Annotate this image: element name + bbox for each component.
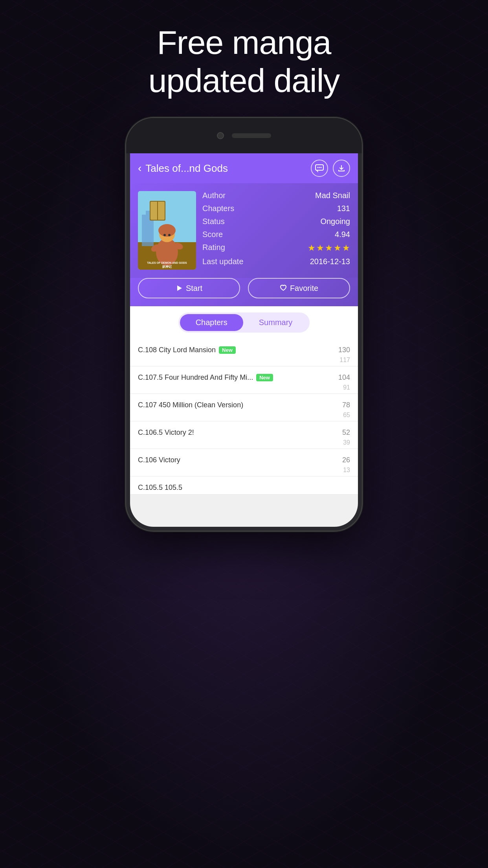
- phone-frame: ‹ Tales of...nd Gods: [126, 118, 362, 531]
- chapter-item-inner: C.106 Victory26: [138, 449, 350, 467]
- chapter-title-text: C.107.5 Four Hundred And Fifty Mi...: [138, 373, 253, 382]
- chapter-num-secondary-row: 65: [138, 412, 350, 421]
- chapter-item[interactable]: C.105.5 105.5: [130, 476, 358, 495]
- chapter-nums: 104: [338, 373, 350, 382]
- chapters-label: Chapters: [202, 204, 234, 213]
- chapter-num-top: 78: [342, 401, 350, 409]
- chapter-num-secondary-row: 91: [138, 384, 350, 394]
- chapter-item[interactable]: C.106 Victory2613: [130, 449, 358, 476]
- author-value: Mad Snail: [315, 191, 350, 200]
- chapter-num-secondary-row: 39: [138, 439, 350, 449]
- star-rating: ★ ★ ★ ★ ★: [308, 243, 350, 253]
- phone-speaker: [232, 133, 271, 138]
- chapter-title: C.107 450 Million (Clean Version): [138, 401, 342, 409]
- chapter-title-text: C.106 Victory: [138, 456, 180, 464]
- last-update-value: 2016-12-13: [310, 257, 350, 266]
- chapter-nums: 130: [338, 346, 350, 354]
- tab-chapters-label: Chapters: [196, 318, 227, 327]
- chapter-title: C.105.5 105.5: [138, 484, 350, 492]
- new-badge: New: [256, 374, 273, 381]
- score-row: Score 4.94: [202, 230, 350, 239]
- header-right: [311, 160, 350, 177]
- tab-chapters[interactable]: Chapters: [180, 314, 243, 331]
- svg-text:TALES OF DEMON AND GODS: TALES OF DEMON AND GODS: [147, 261, 187, 264]
- tab-bar: Chapters Summary: [130, 306, 358, 339]
- chapter-nums: 26: [342, 456, 350, 464]
- favorite-button-label: Favorite: [290, 284, 318, 293]
- chapter-item-inner: C.107.5 Four Hundred And Fifty Mi...New1…: [138, 366, 350, 384]
- chapter-title-text: C.106.5 Victory 2!: [138, 428, 194, 437]
- phone-screen: ‹ Tales of...nd Gods: [130, 153, 358, 527]
- star-4: ★: [334, 243, 341, 253]
- chapter-num-bottom: 117: [339, 357, 350, 364]
- chapter-num-top: 26: [342, 456, 350, 464]
- chapter-num-bottom: 39: [343, 439, 350, 446]
- tagline-line2: updated daily: [149, 62, 340, 99]
- chapter-item-inner: C.105.5 105.5: [138, 476, 350, 494]
- favorite-button[interactable]: Favorite: [248, 278, 350, 298]
- chapter-title-text: C.108 City Lord Mansion: [138, 346, 216, 354]
- chapter-item[interactable]: C.107 450 Million (Clean Version)7865: [130, 394, 358, 421]
- star-1: ★: [308, 243, 316, 253]
- header-left: ‹ Tales of...nd Gods: [138, 162, 228, 175]
- chapter-title-text: C.107 450 Million (Clean Version): [138, 401, 243, 409]
- svg-point-2: [319, 167, 320, 168]
- start-button[interactable]: Start: [138, 278, 240, 298]
- chapter-num-top: 104: [338, 373, 350, 382]
- back-button[interactable]: ‹: [138, 162, 141, 175]
- chapter-title: C.106 Victory: [138, 456, 342, 464]
- chapter-num-top: 52: [342, 428, 350, 437]
- chapter-num-secondary-row: 117: [138, 357, 350, 366]
- tab-summary[interactable]: Summary: [243, 314, 308, 331]
- chapters-row: Chapters 131: [202, 204, 350, 213]
- score-value: 4.94: [335, 230, 350, 239]
- score-label: Score: [202, 230, 223, 239]
- author-row: Author Mad Snail: [202, 191, 350, 200]
- chapter-item[interactable]: C.107.5 Four Hundred And Fifty Mi...New1…: [130, 366, 358, 394]
- chapter-item-inner: C.107 450 Million (Clean Version)78: [138, 394, 350, 412]
- svg-rect-7: [146, 211, 150, 215]
- svg-point-10: [158, 224, 176, 237]
- new-badge: New: [219, 346, 236, 354]
- manga-info-section: TALES OF DEMON AND GODS 妖神记 Author Mad S…: [130, 183, 358, 278]
- status-value: Ongoing: [320, 217, 350, 226]
- action-buttons: Start Favorite: [130, 278, 358, 306]
- app-header: ‹ Tales of...nd Gods: [130, 153, 358, 183]
- last-update-label: Last update: [202, 257, 244, 266]
- svg-point-3: [321, 167, 322, 168]
- chapter-title: C.107.5 Four Hundred And Fifty Mi...New: [138, 373, 338, 382]
- svg-point-11: [163, 234, 166, 236]
- manga-cover: TALES OF DEMON AND GODS 妖神记: [138, 191, 196, 270]
- rating-row: Rating ★ ★ ★ ★ ★: [202, 243, 350, 253]
- last-update-row: Last update 2016-12-13: [202, 257, 350, 266]
- svg-point-12: [168, 234, 171, 236]
- chapter-item[interactable]: C.108 City Lord MansionNew130117: [130, 339, 358, 366]
- start-button-label: Start: [186, 284, 202, 293]
- phone-camera: [217, 132, 224, 139]
- svg-marker-20: [177, 285, 182, 291]
- author-label: Author: [202, 191, 226, 200]
- chapter-num-bottom: 13: [343, 467, 350, 474]
- chapter-num-bottom: 91: [343, 384, 350, 391]
- chapter-title: C.106.5 Victory 2!: [138, 428, 342, 437]
- chapter-nums: 52: [342, 428, 350, 437]
- chapter-num-secondary-row: 13: [138, 467, 350, 476]
- chapter-num-top: 130: [338, 346, 350, 354]
- star-3: ★: [325, 243, 333, 253]
- phone-top-bar: [126, 118, 362, 153]
- star-2: ★: [316, 243, 324, 253]
- chapter-nums: 78: [342, 401, 350, 409]
- chat-button[interactable]: [311, 160, 328, 177]
- tab-summary-label: Summary: [259, 318, 293, 327]
- status-row: Status Ongoing: [202, 217, 350, 226]
- download-button[interactable]: [333, 160, 350, 177]
- chapter-item-inner: C.106.5 Victory 2!52: [138, 421, 350, 439]
- star-5: ★: [342, 243, 350, 253]
- status-label: Status: [202, 217, 225, 226]
- chapter-num-bottom: 65: [343, 412, 350, 419]
- chapter-title: C.108 City Lord MansionNew: [138, 346, 338, 354]
- tagline: Free manga updated daily: [0, 24, 488, 99]
- tagline-line1: Free manga: [157, 24, 331, 61]
- chapter-item[interactable]: C.106.5 Victory 2!5239: [130, 421, 358, 449]
- svg-point-1: [317, 167, 319, 168]
